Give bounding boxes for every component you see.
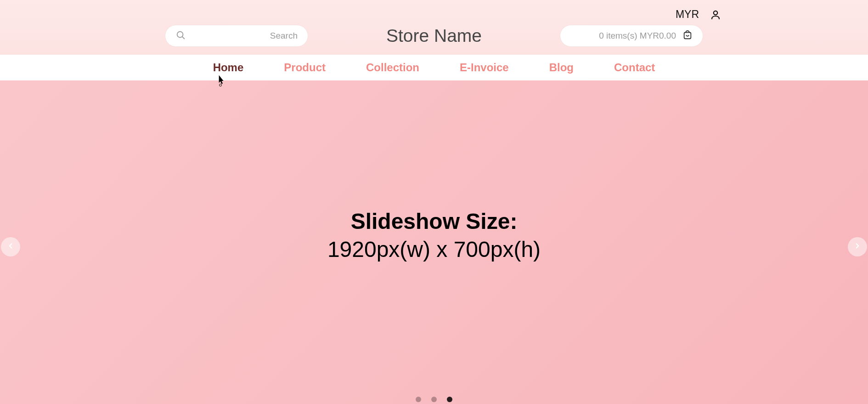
svg-rect-3 xyxy=(684,33,691,39)
slide-dot-2[interactable] xyxy=(431,397,437,402)
cart-button[interactable]: 0 items(s) MYR0.00 xyxy=(560,25,703,46)
slide-title: Slideshow Size: xyxy=(351,209,518,234)
nav-bar: Home Product Collection E-Invoice Blog C… xyxy=(0,55,868,80)
slide-dot-3[interactable] xyxy=(447,397,452,402)
slide-dot-1[interactable] xyxy=(416,397,421,402)
store-name: Store Name xyxy=(386,26,482,46)
user-icon[interactable] xyxy=(710,9,721,20)
slide-subtitle: 1920px(w) x 700px(h) xyxy=(327,237,541,262)
currency-selector[interactable]: MYR xyxy=(676,8,699,21)
nav-einvoice[interactable]: E-Invoice xyxy=(460,61,509,74)
svg-line-2 xyxy=(182,37,184,39)
slideshow: Slideshow Size: 1920px(w) x 700px(h) xyxy=(0,80,868,404)
search-box[interactable] xyxy=(165,25,308,46)
chevron-left-icon xyxy=(6,242,15,252)
slide-next-button[interactable] xyxy=(848,237,867,256)
svg-point-0 xyxy=(714,11,717,14)
top-bar: MYR Store Name 0 items(s) MYR0.00 xyxy=(0,0,868,55)
nav-product[interactable]: Product xyxy=(284,61,326,74)
slide-dots xyxy=(416,397,452,402)
slide-prev-button[interactable] xyxy=(1,237,20,256)
nav-collection[interactable]: Collection xyxy=(366,61,419,74)
nav-blog[interactable]: Blog xyxy=(549,61,574,74)
search-icon xyxy=(175,30,186,42)
top-bar-right: MYR xyxy=(0,5,868,21)
nav-contact[interactable]: Contact xyxy=(614,61,655,74)
bag-icon xyxy=(682,30,693,42)
chevron-right-icon xyxy=(853,242,862,252)
nav-home[interactable]: Home xyxy=(213,61,244,74)
header-row: Store Name 0 items(s) MYR0.00 xyxy=(0,21,868,55)
cart-label: 0 items(s) MYR0.00 xyxy=(599,31,676,41)
search-input[interactable] xyxy=(186,31,298,41)
